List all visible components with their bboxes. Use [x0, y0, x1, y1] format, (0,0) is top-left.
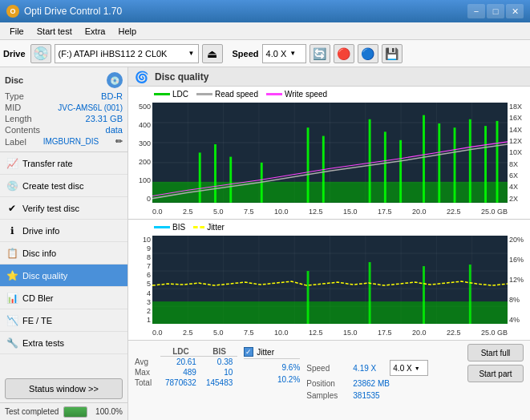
chart1-x-axis: 0.0 2.5 5.0 7.5 10.0 12.5 15.0 17.5 20.0… [152, 208, 508, 216]
drive-select[interactable]: (F:) ATAPI iHBS112 2 CL0K ▼ [55, 44, 199, 63]
action-buttons: Start full Start part [467, 344, 524, 417]
menu-extra[interactable]: Extra [79, 25, 112, 38]
position-value: 23862 MB [353, 379, 390, 388]
total-bis: 145483 [201, 378, 237, 388]
speed-stat-label: Speed [306, 364, 348, 373]
disc-length-row: Length 23.31 GB [5, 114, 123, 123]
jitter-checkbox[interactable]: ✓ [244, 347, 253, 357]
max-bis: 10 [201, 367, 237, 378]
nav-disc-info[interactable]: 📋 Disc info [0, 242, 127, 265]
start-part-button[interactable]: Start part [467, 365, 524, 382]
sidebar: Disc 💿 Type BD-R MID JVC-AMS6L (001) Len… [0, 67, 128, 420]
speed-position-section: Speed 4.19 X 4.0 X ▼ Position 23862 MB S… [306, 347, 435, 400]
menu-start-test[interactable]: Start test [30, 25, 79, 38]
chart1-svg [152, 103, 508, 203]
eject-button[interactable]: ⏏ [202, 44, 223, 63]
disc-quality-icon: ⭐ [6, 270, 18, 281]
disc-panel: Disc 💿 Type BD-R MID JVC-AMS6L (001) Len… [0, 67, 127, 152]
nav-extra-tests[interactable]: 🔧 Extra tests [0, 332, 127, 354]
jitter-section: ✓ Jitter 9.6% 10.2% [244, 347, 300, 388]
bottom-panel: LDC BIS Avg 20.61 0.38 Max 489 [128, 340, 530, 420]
legend-bis: BIS [154, 223, 185, 232]
chart1-y-left: 500 400 300 200 100 0 [128, 103, 152, 203]
info-button[interactable]: 🔵 [358, 44, 378, 63]
progress-label: Test completed [5, 407, 59, 416]
disc-type-row: Type BD-R [5, 91, 123, 101]
total-ldc: 7870632 [160, 378, 201, 388]
chart2-legend: BIS Jitter [154, 223, 225, 232]
legend-write-speed: Write speed [266, 90, 327, 99]
disc-quality-title: Disc quality [155, 71, 208, 83]
refresh-button[interactable]: 🔄 [310, 44, 330, 63]
total-jitter [244, 386, 300, 388]
drive-info-icon: ℹ [6, 225, 18, 236]
window-controls: − □ ✕ [467, 4, 524, 18]
chart2-wrapper: BIS Jitter 10 9 8 7 6 5 4 3 [128, 220, 530, 340]
progress-bar-fill [64, 407, 87, 417]
samples-label: Samples [306, 391, 348, 400]
svg-rect-16 [229, 157, 232, 203]
drive-icon-btn[interactable]: 💿 [30, 44, 51, 63]
fe-te-icon: 📉 [6, 315, 18, 326]
menu-file[interactable]: File [3, 25, 30, 38]
menu-help[interactable]: Help [111, 25, 143, 38]
speed-stat-value: 4.19 X [353, 364, 385, 373]
stats-row-max: Max 489 10 [135, 367, 237, 378]
transfer-rate-icon: 📈 [6, 158, 18, 169]
app-icon: O [6, 5, 19, 18]
stats-row-total: Total 7870632 145483 [135, 378, 237, 388]
close-button[interactable]: ✕ [506, 4, 524, 18]
nav-verify-test-disc[interactable]: ✔ Verify test disc [0, 197, 127, 220]
avg-bis: 0.38 [201, 357, 237, 368]
svg-rect-22 [399, 140, 402, 203]
speed-label: Speed [233, 49, 259, 59]
chart1-legend: LDC Read speed Write speed [154, 90, 327, 99]
minimize-button[interactable]: − [467, 4, 485, 18]
verify-test-disc-icon: ✔ [6, 203, 18, 214]
disc-mid-row: MID JVC-AMS6L (001) [5, 103, 123, 112]
app-title: Opti Drive Control 1.70 [24, 6, 122, 17]
svg-rect-21 [384, 131, 386, 202]
nav-fe-te[interactable]: 📉 FE / TE [0, 309, 127, 332]
svg-rect-25 [454, 127, 456, 203]
position-row: Position 23862 MB [306, 379, 435, 388]
save-button[interactable]: 💾 [382, 44, 403, 63]
svg-rect-28 [496, 121, 499, 203]
svg-rect-46 [469, 265, 471, 324]
chart2-y-right: 20% 16% 12% 8% 4% [508, 236, 530, 324]
max-ldc: 489 [160, 367, 201, 378]
nav-create-test-disc[interactable]: 💿 Create test disc [0, 175, 127, 197]
settings-button[interactable]: 🔴 [334, 44, 354, 63]
svg-rect-14 [199, 152, 201, 202]
bis-col-header: BIS [201, 347, 237, 357]
nav-drive-info[interactable]: ℹ Drive info [0, 220, 127, 242]
disc-quality-header-icon: 🌀 [135, 71, 148, 83]
speed-select-stat[interactable]: 4.0 X ▼ [390, 360, 428, 376]
maximize-button[interactable]: □ [487, 4, 504, 18]
chart1-canvas [152, 103, 508, 203]
samples-row: Samples 381535 [306, 391, 435, 400]
disc-info-icon: 📋 [6, 248, 18, 259]
progress-pct: 100.0% [92, 407, 123, 416]
drive-select-arrow: ▼ [188, 50, 195, 57]
legend-read-speed: Read speed [196, 90, 258, 99]
svg-rect-44 [369, 262, 371, 324]
speed-select[interactable]: 4.0 X ▼ [262, 44, 306, 63]
samples-value: 381535 [353, 391, 379, 400]
main-content: Disc 💿 Type BD-R MID JVC-AMS6L (001) Len… [0, 67, 530, 420]
status-window-button[interactable]: Status window >> [5, 378, 123, 399]
nav-transfer-rate[interactable]: 📈 Transfer rate [0, 152, 127, 175]
jitter-label: Jitter [257, 348, 274, 357]
content-area: 🌀 Disc quality LDC Read speed [128, 67, 530, 420]
start-full-button[interactable]: Start full [467, 344, 524, 361]
disc-label-icon: ✏ [115, 136, 123, 147]
disc-section-title: Disc [5, 75, 23, 85]
stats-row-avg: Avg 20.61 0.38 [135, 357, 237, 368]
disc-quality-header: 🌀 Disc quality [128, 67, 530, 87]
nav-cd-bler[interactable]: 📊 CD Bler [0, 287, 127, 309]
svg-rect-45 [423, 266, 425, 324]
svg-rect-15 [214, 144, 216, 203]
nav-disc-quality[interactable]: ⭐ Disc quality [0, 265, 127, 287]
charts-container: LDC Read speed Write speed 500 400 30 [128, 87, 530, 340]
menu-bar: File Start test Extra Help [0, 22, 530, 40]
